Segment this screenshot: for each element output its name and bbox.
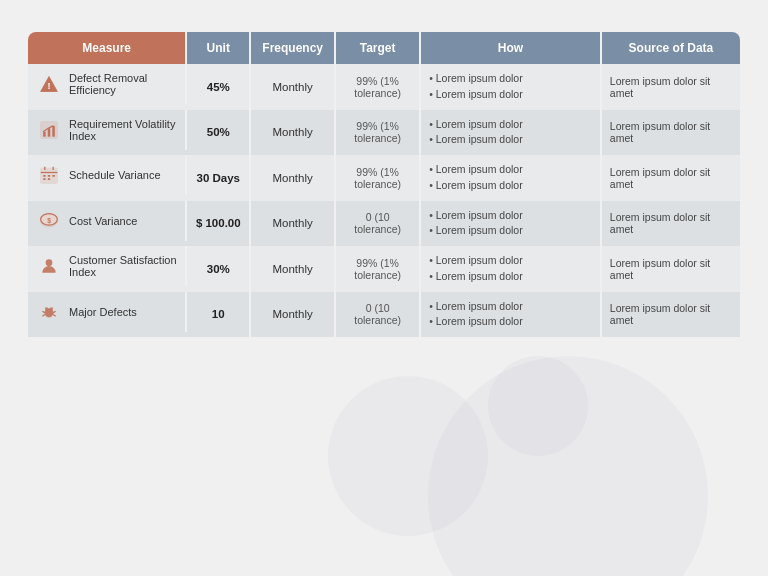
how-cell: Lorem ipsum dolorLorem ipsum dolor — [421, 246, 602, 292]
col-header-frequency: Frequency — [251, 32, 336, 64]
source-cell: Lorem ipsum dolor sit amet — [602, 110, 740, 156]
unit-value: $ 100.00 — [196, 217, 241, 229]
svg-rect-9 — [43, 175, 46, 177]
source-cell: Lorem ipsum dolor sit amet — [602, 64, 740, 110]
svg-line-24 — [53, 311, 55, 313]
col-header-target: Target — [336, 32, 421, 64]
svg-rect-12 — [43, 178, 46, 180]
svg-rect-13 — [48, 178, 51, 180]
source-cell: Lorem ipsum dolor sit amet — [602, 155, 740, 201]
how-item: Lorem ipsum dolor — [429, 299, 592, 315]
measure-cell: ! Defect Removal Efficiency — [28, 64, 187, 104]
measure-label: Defect Removal Efficiency — [69, 72, 177, 96]
unit-cell: 50% — [187, 110, 251, 156]
table-row: Customer Satisfaction Index 30%Monthly99… — [28, 246, 740, 292]
frequency-cell: Monthly — [251, 201, 336, 247]
table-row: Requirement Volatility Index 50%Monthly9… — [28, 110, 740, 156]
frequency-cell: Monthly — [251, 155, 336, 201]
table-row: Major Defects 10Monthly0 (10 tolerance)L… — [28, 292, 740, 338]
col-header-how: How — [421, 32, 602, 64]
unit-value: 50% — [207, 126, 230, 138]
target-cell: 99% (1% tolerance) — [336, 110, 421, 156]
target-cell: 99% (1% tolerance) — [336, 155, 421, 201]
how-item: Lorem ipsum dolor — [429, 208, 592, 224]
source-cell: Lorem ipsum dolor sit amet — [602, 292, 740, 338]
svg-line-23 — [42, 311, 45, 313]
unit-value: 10 — [212, 308, 225, 320]
metrics-table: MeasureUnitFrequencyTargetHowSource of D… — [28, 32, 740, 337]
measure-label: Requirement Volatility Index — [69, 118, 177, 142]
how-item: Lorem ipsum dolor — [429, 269, 592, 285]
how-item: Lorem ipsum dolor — [429, 223, 592, 239]
frequency-cell: Monthly — [251, 292, 336, 338]
bug-icon — [36, 299, 62, 325]
svg-line-25 — [42, 314, 45, 316]
measure-cell: Schedule Variance — [28, 155, 187, 195]
unit-cell: 45% — [187, 64, 251, 110]
how-item: Lorem ipsum dolor — [429, 253, 592, 269]
measure-label: Schedule Variance — [69, 169, 161, 181]
warning-icon: ! — [36, 71, 62, 97]
col-header-unit: Unit — [187, 32, 251, 64]
how-cell: Lorem ipsum dolorLorem ipsum dolor — [421, 201, 602, 247]
how-cell: Lorem ipsum dolorLorem ipsum dolor — [421, 155, 602, 201]
svg-rect-2 — [43, 131, 46, 136]
table-row: $ Cost Variance $ 100.00Monthly0 (10 tol… — [28, 201, 740, 247]
how-item: Lorem ipsum dolor — [429, 162, 592, 178]
how-item: Lorem ipsum dolor — [429, 314, 592, 330]
how-item: Lorem ipsum dolor — [429, 132, 592, 148]
how-item: Lorem ipsum dolor — [429, 87, 592, 103]
measure-label: Major Defects — [69, 306, 137, 318]
unit-value: 30 Days — [197, 172, 240, 184]
measure-cell: Customer Satisfaction Index — [28, 246, 187, 286]
person-icon — [36, 253, 62, 279]
measure-label: Customer Satisfaction Index — [69, 254, 177, 278]
unit-cell: 10 — [187, 292, 251, 338]
col-header-source-of-data: Source of Data — [602, 32, 740, 64]
measure-cell: $ Cost Variance — [28, 201, 187, 241]
target-cell: 0 (10 tolerance) — [336, 201, 421, 247]
svg-rect-3 — [48, 128, 51, 136]
col-header-measure: Measure — [28, 32, 187, 64]
unit-cell: 30 Days — [187, 155, 251, 201]
frequency-cell: Monthly — [251, 64, 336, 110]
unit-value: 30% — [207, 263, 230, 275]
how-item: Lorem ipsum dolor — [429, 178, 592, 194]
measure-cell: Requirement Volatility Index — [28, 110, 187, 150]
unit-cell: 30% — [187, 246, 251, 292]
how-cell: Lorem ipsum dolorLorem ipsum dolor — [421, 110, 602, 156]
how-item: Lorem ipsum dolor — [429, 117, 592, 133]
svg-text:!: ! — [47, 81, 50, 91]
svg-text:$: $ — [47, 216, 51, 224]
unit-cell: $ 100.00 — [187, 201, 251, 247]
measure-cell: Major Defects — [28, 292, 187, 332]
frequency-cell: Monthly — [251, 110, 336, 156]
target-cell: 99% (1% tolerance) — [336, 64, 421, 110]
svg-rect-10 — [48, 175, 51, 177]
source-cell: Lorem ipsum dolor sit amet — [602, 201, 740, 247]
how-cell: Lorem ipsum dolorLorem ipsum dolor — [421, 64, 602, 110]
calendar-icon — [36, 162, 62, 188]
how-item: Lorem ipsum dolor — [429, 71, 592, 87]
svg-line-26 — [53, 314, 55, 316]
how-cell: Lorem ipsum dolorLorem ipsum dolor — [421, 292, 602, 338]
unit-value: 45% — [207, 81, 230, 93]
svg-point-17 — [46, 259, 53, 266]
target-cell: 0 (10 tolerance) — [336, 292, 421, 338]
chart-icon — [36, 117, 62, 143]
svg-rect-11 — [52, 175, 55, 177]
target-cell: 99% (1% tolerance) — [336, 246, 421, 292]
table-row: ! Defect Removal Efficiency 45%Monthly99… — [28, 64, 740, 110]
table-row: Schedule Variance 30 DaysMonthly99% (1% … — [28, 155, 740, 201]
measure-label: Cost Variance — [69, 215, 137, 227]
frequency-cell: Monthly — [251, 246, 336, 292]
source-cell: Lorem ipsum dolor sit amet — [602, 246, 740, 292]
svg-rect-4 — [52, 125, 55, 136]
money-icon: $ — [36, 208, 62, 234]
